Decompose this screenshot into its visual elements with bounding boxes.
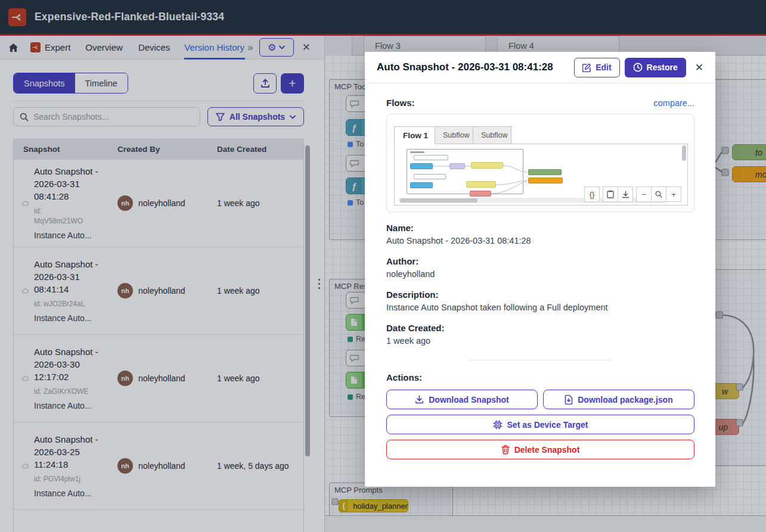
download-button[interactable] <box>618 186 633 202</box>
json-view-button[interactable]: {} <box>584 186 600 202</box>
compare-link[interactable]: compare... <box>654 98 695 108</box>
copy-button[interactable] <box>603 186 618 202</box>
edit-label: Edit <box>596 63 611 72</box>
actions-row: Download Snapshot Download package.json <box>386 390 694 409</box>
snapshot-detail-modal: Auto Snapshot - 2026-03-31 08:41:28 Edit… <box>365 52 715 487</box>
field-description: Description: Instance Auto Snapshot take… <box>386 290 694 312</box>
chip-icon <box>493 420 503 430</box>
mini-flow-wires <box>395 144 573 204</box>
field-label: Author: <box>386 256 694 266</box>
clipboard-icon <box>607 190 614 198</box>
preview-vertical-scrollbar[interactable] <box>682 145 686 161</box>
flow-preview-card: Flow 1 Subflow Subflow <box>386 114 694 212</box>
preview-tab-subflow[interactable]: Subflow <box>435 126 473 144</box>
zoom-out-button[interactable]: − <box>636 186 652 202</box>
page: Expensive-Red-Flanked-Bluetail-9334 Flow… <box>0 0 766 532</box>
field-author: Author: noleyholland <box>386 256 694 279</box>
modal-body: Flows: compare... Flow 1 Subflow Subflow <box>365 83 715 459</box>
field-value: noleyholland <box>386 269 694 279</box>
field-label: Name: <box>386 223 694 233</box>
field-name: Name: Auto Snapshot - 2026-03-31 08:41:2… <box>386 223 694 245</box>
field-label: Description: <box>386 290 694 300</box>
edit-button[interactable]: Edit <box>574 58 619 77</box>
download-icon <box>415 395 424 404</box>
preview-toolbar: {} − + <box>585 186 681 202</box>
magnifier-icon <box>655 191 662 198</box>
edit-pencil-icon <box>582 63 591 72</box>
preview-tab-flow1[interactable]: Flow 1 <box>394 126 435 144</box>
restore-label: Restore <box>647 63 678 72</box>
preview-canvas[interactable]: {} − + <box>394 144 688 206</box>
field-label: Date Created: <box>386 323 694 333</box>
preview-tab-subflow[interactable]: Subflow <box>473 126 511 144</box>
zoom-in-button[interactable]: + <box>666 186 681 202</box>
field-value: Auto Snapshot - 2026-03-31 08:41:28 <box>386 236 694 245</box>
set-device-target-button[interactable]: Set as Device Target <box>386 415 694 434</box>
download-icon <box>622 191 629 198</box>
download-package-json-button[interactable]: Download package.json <box>543 390 694 409</box>
flows-row: Flows: compare... <box>386 98 694 108</box>
modal-header: Auto Snapshot - 2026-03-31 08:41:28 Edit… <box>365 52 715 83</box>
field-value: Instance Auto Snapshot taken following a… <box>386 303 694 312</box>
preview-tabs: Flow 1 Subflow Subflow <box>394 126 511 144</box>
delete-snapshot-button[interactable]: Delete Snapshot <box>386 440 694 459</box>
restore-button[interactable]: Restore <box>625 58 686 77</box>
trash-icon <box>501 445 510 455</box>
modal-title: Auto Snapshot - 2026-03-31 08:41:28 <box>377 61 574 73</box>
clock-icon <box>633 63 643 72</box>
zoom-reset-button[interactable] <box>651 186 666 202</box>
modal-close-button[interactable]: ✕ <box>695 61 703 74</box>
file-download-icon <box>565 395 573 405</box>
download-snapshot-button[interactable]: Download Snapshot <box>386 390 538 409</box>
field-date-created: Date Created: 1 week ago <box>386 323 694 346</box>
actions-label: Actions: <box>386 372 694 382</box>
flows-label: Flows: <box>386 98 415 108</box>
field-value: 1 week ago <box>386 336 694 346</box>
modal-divider <box>469 360 612 360</box>
